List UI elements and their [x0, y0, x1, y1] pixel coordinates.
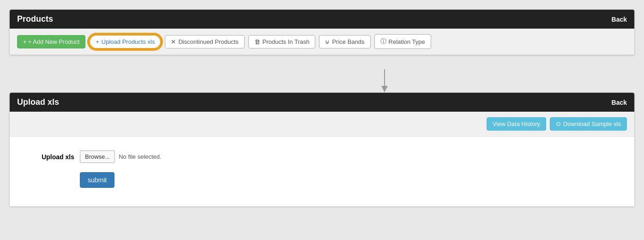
- upload-plus-icon: +: [96, 38, 99, 45]
- plus-icon: +: [23, 38, 27, 45]
- browse-label: Browse...: [85, 153, 110, 160]
- products-toolbar: + + Add New Product + Upload Products xl…: [10, 29, 634, 55]
- products-in-trash-label: Products In Trash: [263, 38, 310, 45]
- x-icon: ✕: [171, 38, 176, 45]
- browse-button[interactable]: Browse...: [80, 150, 115, 163]
- submit-row: submit: [28, 172, 616, 188]
- submit-button[interactable]: submit: [80, 172, 114, 188]
- price-bands-label: Price Bands: [332, 38, 364, 45]
- arrow-svg: [380, 69, 389, 92]
- upload-actions-bar: View Data History ⊙ Download Sample xls: [10, 112, 634, 137]
- upload-products-xls-button[interactable]: + Upload Products xls: [89, 35, 161, 49]
- upload-form-area: Upload xls Browse... No file selected. s…: [10, 137, 634, 206]
- arrow-indicator: [134, 69, 635, 92]
- download-sample-label: Download Sample xls: [563, 120, 621, 127]
- u-icon: ⊍: [325, 38, 330, 45]
- add-new-product-label: + Add New Product: [28, 38, 80, 45]
- upload-panel-title: Upload xls: [17, 97, 59, 107]
- circle-download-icon: ⊙: [556, 120, 561, 127]
- price-bands-button[interactable]: ⊍ Price Bands: [319, 35, 370, 48]
- relation-type-label: Relation Type: [389, 38, 425, 45]
- upload-xls-row: Upload xls Browse... No file selected.: [28, 150, 616, 163]
- discontinued-products-button[interactable]: ✕ Discontinued Products: [165, 35, 244, 48]
- add-new-product-button[interactable]: + + Add New Product: [17, 35, 85, 48]
- relation-type-button[interactable]: ⓘ Relation Type: [374, 34, 431, 49]
- download-sample-xls-button[interactable]: ⊙ Download Sample xls: [550, 117, 627, 131]
- view-history-label: View Data History: [493, 120, 540, 127]
- upload-products-xls-label: Upload Products xls: [102, 38, 155, 45]
- upload-xls-panel: Upload xls Back View Data History ⊙ Down…: [9, 92, 635, 207]
- upload-panel-header: Upload xls Back: [10, 93, 634, 112]
- submit-label: submit: [88, 176, 107, 184]
- file-name-text: No file selected.: [119, 153, 162, 160]
- info-icon: ⓘ: [380, 37, 386, 46]
- products-panel-header: Products Back: [10, 10, 634, 29]
- products-panel: Products Back + + Add New Product + Uplo…: [9, 9, 635, 55]
- trash-icon: 🗑: [254, 38, 260, 45]
- upload-back-button[interactable]: Back: [612, 99, 627, 106]
- svg-marker-1: [381, 86, 388, 92]
- upload-panel-body: View Data History ⊙ Download Sample xls …: [10, 112, 634, 206]
- upload-xls-label: Upload xls: [28, 153, 74, 161]
- view-data-history-button[interactable]: View Data History: [487, 117, 546, 131]
- products-panel-title: Products: [17, 14, 53, 24]
- products-back-button[interactable]: Back: [612, 16, 627, 23]
- discontinued-products-label: Discontinued Products: [178, 38, 238, 45]
- file-input-wrapper: Browse... No file selected.: [80, 150, 162, 163]
- products-in-trash-button[interactable]: 🗑 Products In Trash: [248, 35, 316, 48]
